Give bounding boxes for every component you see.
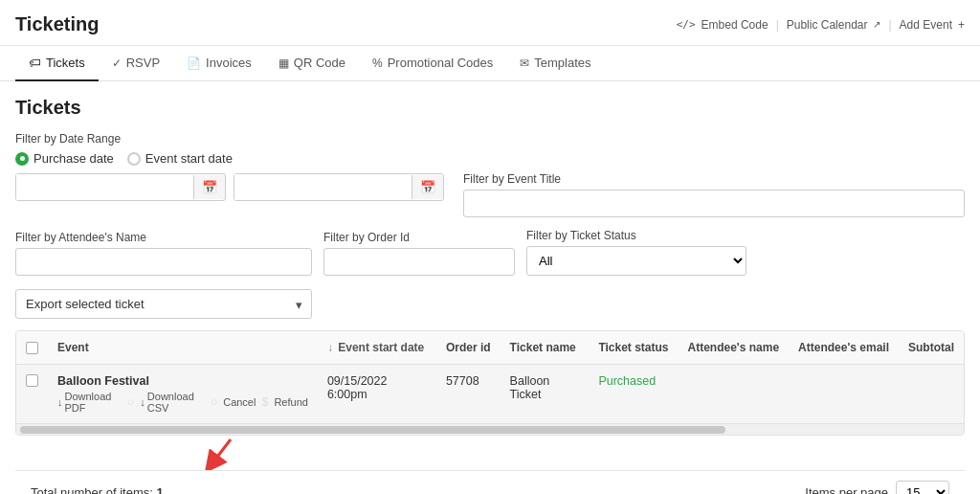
templates-tab-icon: ✉ xyxy=(520,56,529,70)
event-name: Balloon Festival xyxy=(57,374,308,388)
horizontal-scrollbar[interactable] xyxy=(16,423,964,435)
event-title-input[interactable] xyxy=(463,190,965,217)
app-header: Ticketing </> Embed Code | Public Calend… xyxy=(0,0,980,46)
plus-icon: + xyxy=(958,18,965,32)
nav-tabs: 🏷 Tickets ✓ RSVP 📄 Invoices ▦ QR Code % … xyxy=(0,46,980,81)
sep2: | xyxy=(888,18,891,32)
th-attendee-email: Attendee's email xyxy=(789,331,899,365)
date-from-input[interactable] xyxy=(16,174,193,200)
pagination: Items per page 15 25 50 100 xyxy=(805,481,949,494)
row-attendee-email xyxy=(789,365,899,424)
red-arrow xyxy=(202,436,259,473)
download-pdf-button[interactable]: ↓ Download PDF xyxy=(57,391,122,414)
svg-line-1 xyxy=(212,439,231,464)
left-filters: Purchase date Event start date 📅 xyxy=(15,151,444,201)
attendee-name-input[interactable] xyxy=(15,248,312,276)
table-row: Balloon Festival ↓ Download PDF ○ ↓ Down… xyxy=(16,365,964,424)
order-id-input[interactable] xyxy=(323,248,515,276)
sort-desc-icon: ↓ xyxy=(327,341,333,354)
date-inputs-row: 📅 📅 xyxy=(15,173,444,201)
filter-event-title-group: Filter by Event Title xyxy=(444,172,965,217)
event-start-date-label: Event start date xyxy=(145,151,233,166)
th-ticket-name: Ticket name xyxy=(501,331,590,365)
tab-qr-code[interactable]: ▦ QR Code xyxy=(265,46,359,81)
action-sep3: $ xyxy=(261,395,268,409)
purchase-date-label: Purchase date xyxy=(33,151,114,166)
th-subtotal: Subtotal xyxy=(899,331,964,365)
embed-code-link[interactable]: Embed Code xyxy=(702,18,768,32)
select-all-checkbox[interactable] xyxy=(26,342,38,354)
total-label: Total number of items: xyxy=(31,485,153,494)
header-actions: </> Embed Code | Public Calendar ↗ | Add… xyxy=(677,18,965,32)
row-attendee-name xyxy=(679,365,790,424)
action-sep2: ○ xyxy=(211,395,218,409)
add-event-link[interactable]: Add Event xyxy=(900,18,952,32)
rsvp-tab-label: RSVP xyxy=(126,56,160,70)
row-order-id: 57708 xyxy=(436,365,501,424)
th-ticket-status: Ticket status xyxy=(589,331,678,365)
download-pdf-icon: ↓ xyxy=(57,396,63,408)
filter-date-range-label: Filter by Date Range xyxy=(15,132,965,146)
export-row: Export selected ticket Export as PDF Exp… xyxy=(15,289,965,319)
th-attendee-name: Attendee's name xyxy=(679,331,790,365)
export-select[interactable]: Export selected ticket Export as PDF Exp… xyxy=(15,289,312,319)
status-badge: Purchased xyxy=(598,374,656,388)
export-select-wrap: Export selected ticket Export as PDF Exp… xyxy=(15,289,312,319)
calendar-to-button[interactable]: 📅 xyxy=(412,175,443,199)
promo-tab-icon: % xyxy=(372,56,383,70)
purchase-date-radio[interactable]: Purchase date xyxy=(15,151,114,166)
tickets-tab-label: Tickets xyxy=(46,56,85,70)
row-checkbox-cell xyxy=(16,365,48,424)
promo-tab-label: Promotional Codes xyxy=(388,56,494,70)
main-content: Tickets Filter by Date Range Purchase da… xyxy=(0,81,980,494)
download-csv-button[interactable]: ↓ Download CSV xyxy=(140,391,204,414)
items-per-page-select[interactable]: 15 25 50 100 xyxy=(896,481,949,494)
arrow-annotation xyxy=(15,436,965,470)
items-per-page-label: Items per page xyxy=(805,485,888,494)
row-checkbox[interactable] xyxy=(26,374,38,387)
qr-code-tab-icon: ▦ xyxy=(278,56,289,70)
tab-templates[interactable]: ✉ Templates xyxy=(506,46,604,81)
scrollbar-thumb xyxy=(20,426,725,434)
th-event: Event xyxy=(48,331,318,365)
embed-icon: </> xyxy=(677,18,696,31)
filters-row2: Filter by Attendee's Name Filter by Orde… xyxy=(15,229,965,276)
event-title-filter-label: Filter by Event Title xyxy=(463,172,965,186)
tickets-tab-icon: 🏷 xyxy=(29,56,41,70)
download-csv-label: Download CSV xyxy=(147,391,205,414)
tickets-table-wrap: Event ↓ Event start date Order id Ticket… xyxy=(15,330,965,436)
tickets-table: Event ↓ Event start date Order id Ticket… xyxy=(16,331,964,423)
page-title: Tickets xyxy=(15,97,965,119)
order-id-filter-label: Filter by Order Id xyxy=(323,231,515,244)
app-title: Ticketing xyxy=(15,13,99,35)
filter-order-id-group: Filter by Order Id xyxy=(323,231,515,276)
total-count: 1 xyxy=(157,485,164,494)
tab-tickets[interactable]: 🏷 Tickets xyxy=(15,46,99,81)
date-to-input[interactable] xyxy=(234,174,412,200)
action-sep1: ○ xyxy=(127,395,135,409)
date-from-wrap: 📅 xyxy=(15,173,226,201)
qr-code-tab-label: QR Code xyxy=(294,56,345,70)
table-header-row: Event ↓ Event start date Order id Ticket… xyxy=(16,331,964,365)
tab-promotional-codes[interactable]: % Promotional Codes xyxy=(359,46,506,81)
event-start-date-radio[interactable]: Event start date xyxy=(127,151,233,166)
row-event-start-date: 09/15/2022 6:00pm xyxy=(318,365,436,424)
tab-rsvp[interactable]: ✓ RSVP xyxy=(99,46,173,81)
public-calendar-link[interactable]: Public Calendar xyxy=(787,18,868,32)
templates-tab-label: Templates xyxy=(534,56,590,70)
cancel-label: Cancel xyxy=(223,396,256,408)
filter-date-range-section: Filter by Date Range Purchase date Event… xyxy=(15,132,965,217)
th-order-id: Order id xyxy=(436,331,501,365)
ticket-status-filter-label: Filter by Ticket Status xyxy=(526,229,746,242)
calendar-from-button[interactable]: 📅 xyxy=(193,175,225,199)
top-filters-wrap: Purchase date Event start date 📅 xyxy=(15,151,965,217)
cancel-button[interactable]: Cancel xyxy=(223,396,256,408)
event-start-date-radio-circle xyxy=(127,152,141,166)
refund-button[interactable]: Refund xyxy=(274,396,307,408)
row-ticket-name: Balloon Ticket xyxy=(501,365,590,424)
ticket-status-select[interactable]: All Purchased Cancelled Refunded xyxy=(526,246,746,276)
th-event-start-date[interactable]: ↓ Event start date xyxy=(318,331,436,365)
arrow-svg xyxy=(202,436,259,470)
th-checkbox xyxy=(16,331,48,365)
tab-invoices[interactable]: 📄 Invoices xyxy=(173,46,265,81)
